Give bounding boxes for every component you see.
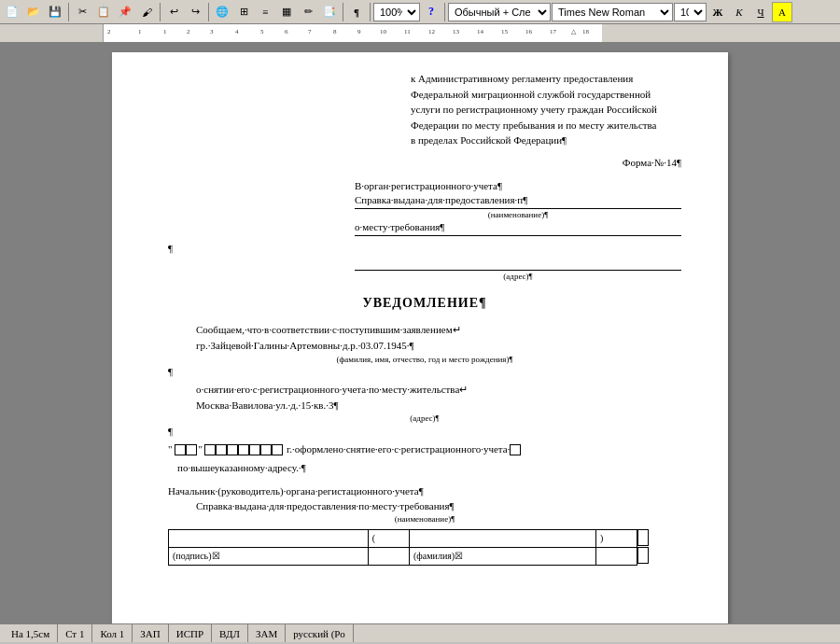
format-brush-button[interactable]: 🖌 bbox=[136, 2, 157, 22]
open-button[interactable]: 📂 bbox=[23, 2, 44, 22]
separator2 bbox=[160, 3, 161, 21]
month-box4 bbox=[238, 444, 249, 455]
address-field bbox=[355, 256, 681, 271]
cert-line2: Справка·выдана·для·предоставления·по·мес… bbox=[196, 499, 681, 513]
svg-rect-0 bbox=[0, 24, 103, 42]
svg-text:1: 1 bbox=[138, 28, 142, 35]
bold-button[interactable]: Ж bbox=[707, 2, 728, 22]
sig-cell-empty3 bbox=[595, 547, 637, 565]
vdl-text: ВДЛ bbox=[219, 628, 240, 639]
svg-text:6: 6 bbox=[285, 28, 288, 35]
highlight-button[interactable]: А bbox=[772, 2, 792, 22]
svg-text:3: 3 bbox=[210, 28, 214, 35]
reg-text2: по·вышеуказанному·адресу.·¶ bbox=[177, 461, 681, 475]
doc-map-button[interactable]: 📑 bbox=[319, 2, 340, 22]
svg-text:11: 11 bbox=[404, 28, 411, 35]
document-title: УВЕДОМЛЕНИЕ¶ bbox=[168, 294, 681, 313]
date-boxes-row: " " г.·оформлено·снятие·его·с·регистраци… bbox=[168, 442, 681, 456]
address-caption1: (адрес)¶ bbox=[355, 271, 681, 283]
month-box1 bbox=[204, 444, 216, 455]
header-line3: услуги по регистрационному учету граждан… bbox=[411, 102, 681, 118]
vdl-cell: ВДЛ bbox=[212, 624, 248, 642]
svg-text:14: 14 bbox=[477, 28, 484, 35]
undo-button[interactable]: ↩ bbox=[163, 2, 184, 22]
section-text: Ст 1 bbox=[65, 628, 84, 639]
address-block: (адрес)¶ bbox=[355, 256, 681, 283]
sig-cell-empty1 bbox=[169, 529, 369, 547]
cut-button[interactable]: ✂ bbox=[72, 2, 92, 22]
columns-button[interactable]: ≡ bbox=[255, 2, 275, 22]
language-text: русский (Ро bbox=[293, 628, 345, 639]
hyperlink-button[interactable]: 🌐 bbox=[212, 2, 232, 22]
sig-box1 bbox=[637, 529, 649, 546]
toolbar: 📄 📂 💾 ✂ 📋 📌 🖌 ↩ ↪ 🌐 ⊞ ≡ ▦ ✏ 📑 ¶ 100% 75%… bbox=[0, 0, 840, 24]
quote-close: " bbox=[199, 442, 203, 456]
redo-button[interactable]: ↪ bbox=[185, 2, 205, 22]
day-box2 bbox=[186, 444, 197, 455]
paste-button[interactable]: 📌 bbox=[115, 2, 135, 22]
font-size-dropdown[interactable]: 10 12 14 bbox=[674, 3, 707, 21]
column-text: Кол 1 bbox=[100, 628, 124, 639]
ruler-inner: 2 1 1 2 3 4 5 6 7 8 9 10 11 12 13 14 15 … bbox=[0, 24, 840, 42]
svg-text:△: △ bbox=[571, 28, 577, 35]
place-field: о·месту·требования¶ bbox=[355, 220, 681, 235]
style-dropdown[interactable]: Обычный + Сле bbox=[448, 3, 551, 21]
main-para1b: гр.·Зайцевой·Галины·Артемовны·д.р.·03.07… bbox=[196, 339, 681, 353]
reg-text: г.·оформлено·снятие·его·с·регистрационно… bbox=[287, 442, 510, 456]
main-para1: Сообщаем,·что·в·соответствии·с·поступивш… bbox=[168, 322, 681, 338]
help-button[interactable]: ? bbox=[421, 2, 441, 22]
separator1 bbox=[68, 3, 69, 21]
svg-text:5: 5 bbox=[260, 28, 264, 35]
month-box2 bbox=[216, 444, 227, 455]
name-caption2: (наименование)¶ bbox=[168, 513, 681, 525]
fio-caption: (фамилия, имя, отчество, год и место рож… bbox=[168, 354, 681, 366]
record-cell: ЗАП bbox=[133, 624, 168, 642]
copy-button[interactable]: 📋 bbox=[93, 2, 114, 22]
main-para2b: Москва·Вавилова·ул.·д.·15·кв.·3¶ bbox=[196, 399, 681, 413]
svg-rect-22 bbox=[602, 24, 840, 42]
svg-text:17: 17 bbox=[550, 28, 557, 35]
address-caption2: (адрес)¶ bbox=[168, 413, 681, 425]
ruler: 2 1 1 2 3 4 5 6 7 8 9 10 11 12 13 14 15 … bbox=[0, 24, 840, 43]
section-cell: Ст 1 bbox=[58, 624, 92, 642]
underline-button[interactable]: Ч bbox=[750, 2, 771, 22]
document-page[interactable]: к Административному регламенту предостав… bbox=[112, 52, 728, 623]
svg-text:15: 15 bbox=[501, 28, 509, 35]
drawing-button[interactable]: ✏ bbox=[298, 2, 318, 22]
svg-text:16: 16 bbox=[525, 28, 533, 35]
header-right-block: к Административному регламенту предостав… bbox=[411, 71, 681, 148]
separator4 bbox=[343, 3, 343, 21]
zoom-dropdown[interactable]: 100% 75% 150% bbox=[373, 3, 420, 21]
pilcrow-button[interactable]: ¶ bbox=[346, 2, 367, 22]
zam-text: ЗАМ bbox=[256, 628, 277, 639]
sig-cell-open: ( bbox=[368, 529, 409, 547]
reg-office-block: В·орган·регистрационного·учета¶ Справка·… bbox=[355, 179, 681, 236]
zam-cell: ЗАМ bbox=[248, 624, 286, 642]
ispr-cell: ИСПР bbox=[169, 624, 212, 642]
svg-text:13: 13 bbox=[453, 28, 460, 35]
header-line4: Федерации по месту пребывания и по месту… bbox=[411, 118, 681, 133]
statusbar: На 1,5см Ст 1 Кол 1 ЗАП ИСПР ВДЛ ЗАМ рус… bbox=[0, 623, 840, 642]
day-box1 bbox=[175, 444, 186, 455]
para-mark-3: ¶ bbox=[168, 425, 681, 439]
save-button[interactable]: 💾 bbox=[45, 2, 65, 22]
svg-text:2: 2 bbox=[107, 28, 111, 35]
sig-row2: (подпись)☒ (фамилия)☒ bbox=[169, 547, 681, 565]
frame-button[interactable]: ▦ bbox=[276, 2, 297, 22]
page-info-cell: На 1,5см bbox=[4, 624, 58, 642]
table-button[interactable]: ⊞ bbox=[233, 2, 254, 22]
header-line5: в пределах Российской Федерации¶ bbox=[411, 133, 681, 148]
sig-cell-familiya: (фамилия)☒ bbox=[409, 547, 595, 565]
sig-cell-close: ) bbox=[595, 529, 637, 547]
sig-row1: ( ) bbox=[169, 529, 681, 547]
quote-open: " bbox=[168, 442, 173, 456]
svg-text:2: 2 bbox=[187, 28, 190, 35]
svg-text:7: 7 bbox=[308, 28, 312, 35]
new-button[interactable]: 📄 bbox=[2, 2, 22, 22]
record-text: ЗАП bbox=[140, 628, 160, 639]
page-info-text: На 1,5см bbox=[11, 628, 49, 639]
italic-button[interactable]: К bbox=[729, 2, 749, 22]
main-para2a: о·снятии·его·с·регистрационного·учета·по… bbox=[168, 382, 681, 398]
font-name-dropdown[interactable]: Times New Roman bbox=[552, 3, 673, 21]
sig-cell-podpis: (подпись)☒ bbox=[169, 547, 369, 565]
